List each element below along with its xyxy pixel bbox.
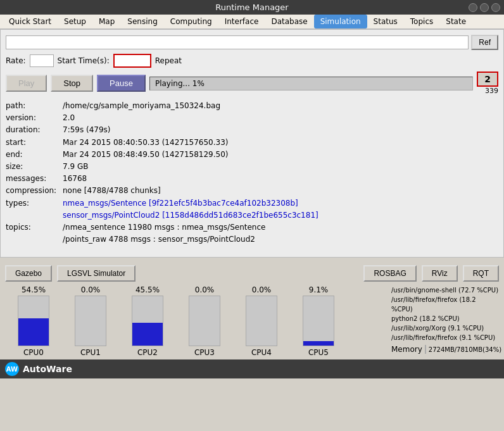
messages-key: messages: — [6, 173, 63, 185]
start-time-input[interactable]: 140 — [113, 54, 151, 68]
types-key2 — [6, 209, 63, 222]
topics-key: topics: — [6, 222, 63, 234]
size-key: size: — [6, 161, 63, 173]
maximize-button[interactable] — [480, 3, 489, 12]
cpu-bar-cpu0 — [18, 318, 49, 346]
close-button[interactable] — [491, 3, 500, 12]
menu-item-simulation[interactable]: Simulation — [314, 15, 367, 28]
duration-key: duration: — [6, 124, 63, 136]
menu-item-computing[interactable]: Computing — [164, 15, 218, 28]
sim-right: ROSBAGRVizRQT — [363, 265, 499, 282]
size-val: 7.9 GB — [63, 161, 88, 173]
play-button[interactable]: Play — [6, 75, 47, 92]
file-path-input[interactable]: /home/cg/sample_moriyama_150324.bag — [6, 35, 469, 49]
cpu-bar-container-cpu3 — [189, 296, 220, 346]
messages-val: 16768 — [63, 173, 87, 185]
cpu-label-cpu5: CPU5 — [308, 348, 329, 357]
cpu-bar-cpu5 — [303, 341, 334, 346]
cpu-label-cpu3: CPU3 — [194, 348, 215, 357]
memory-row: Memory 2724MB/7810MB(34%) — [391, 345, 499, 354]
cpu-bar-container-cpu4 — [246, 296, 277, 346]
window-controls[interactable] — [469, 3, 500, 12]
cpu-label-cpu4: CPU4 — [251, 348, 272, 357]
progress-fill — [150, 77, 153, 90]
cpu-bar-container-cpu1 — [75, 296, 106, 346]
cpu-label-cpu2: CPU2 — [137, 348, 158, 357]
cpu-item-cpu5: 9.1%CPU5 — [290, 285, 347, 357]
autoware-name: AutoWare — [23, 364, 72, 374]
cpu-bar-container-cpu0 — [18, 296, 49, 346]
cpu-bar-container-cpu5 — [303, 296, 334, 346]
main-content: /home/cg/sample_moriyama_150324.bag Ref … — [0, 29, 504, 258]
autoware-bar: AW AutoWare — [0, 359, 504, 378]
cpu-item-cpu4: 0.0%CPU4 — [233, 285, 290, 357]
end-key: end: — [6, 149, 63, 161]
menu-item-interface[interactable]: Interface — [218, 15, 265, 28]
menu-item-sensing[interactable]: Sensing — [121, 15, 163, 28]
cpu-item-cpu0: 54.5%CPU0 — [5, 285, 62, 357]
version-key: version: — [6, 112, 63, 124]
sim-btn-rosbag[interactable]: ROSBAG — [363, 265, 416, 282]
cpu-charts: 54.5%CPU00.0%CPU145.5%CPU20.0%CPU30.0%CP… — [5, 285, 386, 357]
cpu-label-cpu1: CPU1 — [80, 348, 101, 357]
end-val: Mar 24 2015 08:48:49.50 (1427158129.50) — [63, 149, 228, 161]
rate-label: Rate: — [6, 56, 26, 65]
bottom-section: GazeboLGSVL Simulator ROSBAGRVizRQT 54.5… — [0, 263, 504, 359]
types-val: nmea_msgs/Sentence [9f221efc5f4b3bac7ce4… — [63, 197, 298, 209]
ref-button[interactable]: Ref — [471, 35, 498, 50]
autoware-icon: AW — [5, 362, 19, 376]
memory-label: Memory — [391, 345, 422, 354]
topics-val: /nmea_sentence 11980 msgs : nmea_msgs/Se… — [63, 222, 265, 234]
path-key: path: — [6, 100, 63, 112]
process-item-4: /usr/lib/firefox/firefox (9.1 %CPU) — [391, 333, 499, 342]
types-key: types: — [6, 197, 63, 209]
sim-btn-lgsvl-simulator[interactable]: LGSVL Simulator — [57, 265, 135, 282]
types-val2: sensor_msgs/PointCloud2 [1158d486dd51d68… — [63, 209, 318, 222]
memory-value: 2724MB/7810MB(34%) — [429, 346, 501, 353]
memory-bar — [425, 345, 426, 354]
menu-item-database[interactable]: Database — [265, 15, 313, 28]
autoware-logo: AW AutoWare — [5, 362, 72, 376]
minimize-button[interactable] — [469, 3, 477, 12]
menu-item-state[interactable]: State — [439, 15, 472, 28]
start-time-label: Start Time(s): — [58, 56, 110, 65]
file-row: /home/cg/sample_moriyama_150324.bag Ref — [6, 35, 498, 50]
menu-item-status[interactable]: Status — [367, 15, 404, 28]
topics-val2: /points_raw 4788 msgs : sensor_msgs/Poin… — [63, 234, 255, 246]
process-item-2: python2 (18.2 %CPU) — [391, 314, 499, 323]
sim-btn-rviz[interactable]: RViz — [422, 265, 458, 282]
playback-row: Play Stop Pause Playing... 1% 2 339 — [6, 72, 498, 95]
cpu-bar-container-cpu2 — [132, 296, 163, 346]
process-item-0: /usr/bin/gnome-shell (72.7 %CPU) — [391, 285, 499, 295]
right-panel: /usr/bin/gnome-shell (72.7 %CPU)/usr/lib… — [391, 285, 499, 357]
cpu-percent-cpu4: 0.0% — [252, 285, 272, 294]
menu-item-quick-start[interactable]: Quick Start — [3, 15, 58, 28]
progress-label: Playing... 1% — [155, 79, 205, 88]
repeat-label: Repeat — [155, 56, 182, 65]
sim-btn-gazebo[interactable]: Gazebo — [5, 265, 52, 282]
rate-input[interactable] — [30, 54, 54, 67]
simulator-row: GazeboLGSVL Simulator ROSBAGRVizRQT — [5, 265, 499, 282]
menu-item-setup[interactable]: Setup — [58, 15, 92, 28]
cpu-percent-cpu2: 45.5% — [135, 285, 160, 294]
menubar: Quick StartSetupMapSensingComputingInter… — [0, 15, 504, 29]
cpu-item-cpu1: 0.0%CPU1 — [62, 285, 119, 357]
progress-bar[interactable]: Playing... 1% — [149, 77, 473, 91]
menu-item-map[interactable]: Map — [92, 15, 121, 28]
cpu-label-cpu0: CPU0 — [23, 348, 44, 357]
cpu-percent-cpu3: 0.0% — [195, 285, 215, 294]
info-section: path: /home/cg/sample_moriyama_150324.ba… — [6, 100, 498, 246]
stop-button[interactable]: Stop — [51, 75, 93, 92]
process-item-1: /usr/lib/firefox/firefox (18.2 %CPU) — [391, 295, 499, 314]
sim-btn-rqt[interactable]: RQT — [463, 265, 499, 282]
compression-key: compression: — [6, 185, 63, 197]
menu-item-topics[interactable]: Topics — [404, 15, 439, 28]
compression-val: none [4788/4788 chunks] — [63, 185, 161, 197]
cpu-percent-cpu5: 9.1% — [309, 285, 329, 294]
titlebar: Runtime Manager — [0, 0, 504, 15]
window-title: Runtime Manager — [215, 3, 288, 12]
pause-button[interactable]: Pause — [97, 75, 146, 92]
controls-row: Rate: Start Time(s): 140 Repeat — [6, 54, 498, 68]
cpu-percent-cpu1: 0.0% — [81, 285, 101, 294]
sim-left: GazeboLGSVL Simulator — [5, 265, 135, 282]
